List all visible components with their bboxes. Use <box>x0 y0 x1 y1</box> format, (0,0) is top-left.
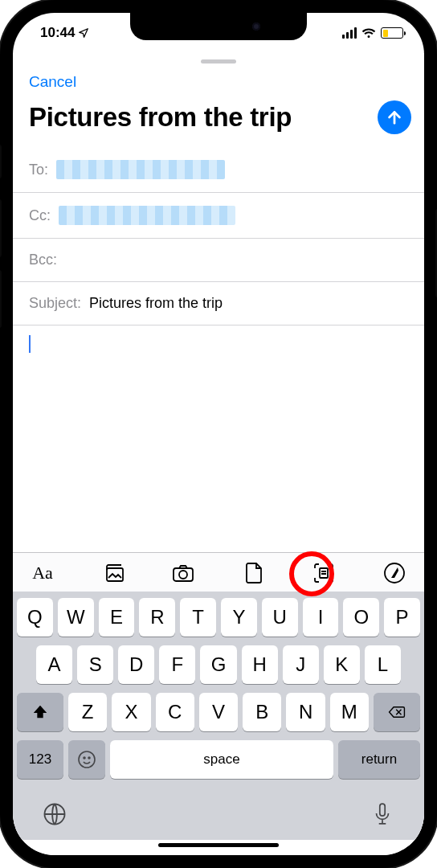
photo-library-button[interactable] <box>101 561 125 585</box>
attach-file-button[interactable] <box>242 561 266 585</box>
keyboard-row-1: QWERTYUIOP <box>17 598 420 637</box>
to-field[interactable]: To: <box>13 147 424 193</box>
device-notch <box>130 13 307 40</box>
scan-icon <box>312 562 335 584</box>
key-q[interactable]: Q <box>17 598 53 637</box>
cc-field[interactable]: Cc: <box>13 193 424 239</box>
svg-rect-3 <box>320 568 328 578</box>
keyboard-row-2: ASDFGHJKL <box>17 645 420 684</box>
subject-label: Subject: <box>29 295 81 312</box>
arrow-up-icon <box>386 108 403 126</box>
key-x[interactable]: X <box>112 693 150 731</box>
keyboard-toolbar: Aa <box>13 552 424 592</box>
emoji-key[interactable] <box>68 740 105 779</box>
scan-document-button[interactable] <box>312 561 336 585</box>
key-b[interactable]: B <box>243 693 281 731</box>
cancel-button[interactable]: Cancel <box>29 73 76 91</box>
home-indicator[interactable] <box>158 843 279 847</box>
key-a[interactable]: A <box>36 645 72 684</box>
key-j[interactable]: J <box>283 645 319 684</box>
space-key[interactable]: space <box>110 740 333 779</box>
key-p[interactable]: P <box>384 598 420 637</box>
document-icon <box>243 562 265 584</box>
location-icon <box>78 27 89 39</box>
svg-point-6 <box>84 757 85 759</box>
shift-icon <box>31 703 49 721</box>
key-c[interactable]: C <box>156 693 194 731</box>
cc-value-redacted <box>59 206 235 225</box>
bcc-label: Bcc: <box>29 252 57 268</box>
key-z[interactable]: Z <box>68 693 107 731</box>
compose-title: Pictures from the trip <box>29 101 371 133</box>
subject-field[interactable]: Subject: Pictures from the trip <box>13 282 424 326</box>
message-body[interactable] <box>13 326 424 552</box>
key-d[interactable]: D <box>118 645 154 684</box>
text-cursor <box>29 335 31 353</box>
markup-icon <box>383 562 406 584</box>
key-o[interactable]: O <box>343 598 379 637</box>
key-i[interactable]: I <box>303 598 339 637</box>
key-r[interactable]: R <box>139 598 175 637</box>
key-k[interactable]: K <box>324 645 360 684</box>
key-u[interactable]: U <box>262 598 298 637</box>
svg-point-2 <box>179 571 187 579</box>
backspace-icon <box>388 703 406 721</box>
photos-icon <box>102 562 125 584</box>
key-w[interactable]: W <box>58 598 94 637</box>
camera-icon <box>172 562 194 584</box>
svg-rect-0 <box>107 568 123 581</box>
key-y[interactable]: Y <box>221 598 257 637</box>
globe-icon <box>43 802 67 826</box>
svg-rect-9 <box>380 804 385 816</box>
cc-label: Cc: <box>29 207 51 224</box>
numbers-key[interactable]: 123 <box>17 740 63 779</box>
globe-key[interactable] <box>43 802 67 829</box>
svg-point-5 <box>79 751 95 768</box>
return-key[interactable]: return <box>338 740 420 779</box>
subject-value: Pictures from the trip <box>89 295 408 312</box>
bcc-field[interactable]: Bcc: <box>13 239 424 282</box>
battery-icon <box>381 27 403 39</box>
format-text-button[interactable]: Aa <box>31 561 55 585</box>
wifi-icon <box>361 27 376 39</box>
key-m[interactable]: M <box>330 693 369 731</box>
key-l[interactable]: L <box>365 645 401 684</box>
key-s[interactable]: S <box>77 645 113 684</box>
keyboard: QWERTYUIOP ASDFGHJKL ZXCVBNM 123 <box>13 592 424 840</box>
emoji-icon <box>77 750 96 769</box>
camera-button[interactable] <box>171 561 195 585</box>
to-value-redacted <box>56 160 225 179</box>
key-v[interactable]: V <box>199 693 238 731</box>
key-f[interactable]: F <box>159 645 195 684</box>
key-n[interactable]: N <box>286 693 325 731</box>
keyboard-row-3: ZXCVBNM <box>17 693 420 731</box>
mic-icon <box>370 802 394 826</box>
send-button[interactable] <box>378 100 411 134</box>
key-t[interactable]: T <box>180 598 216 637</box>
svg-point-7 <box>88 757 90 759</box>
cellular-signal-icon <box>342 27 357 39</box>
shift-key[interactable] <box>17 693 63 731</box>
status-time: 10:44 <box>40 25 75 41</box>
dictation-key[interactable] <box>370 802 394 829</box>
key-e[interactable]: E <box>99 598 135 637</box>
markup-button[interactable] <box>382 561 406 585</box>
key-g[interactable]: G <box>200 645 236 684</box>
key-h[interactable]: H <box>242 645 278 684</box>
to-label: To: <box>29 162 48 178</box>
delete-key[interactable] <box>374 693 420 731</box>
